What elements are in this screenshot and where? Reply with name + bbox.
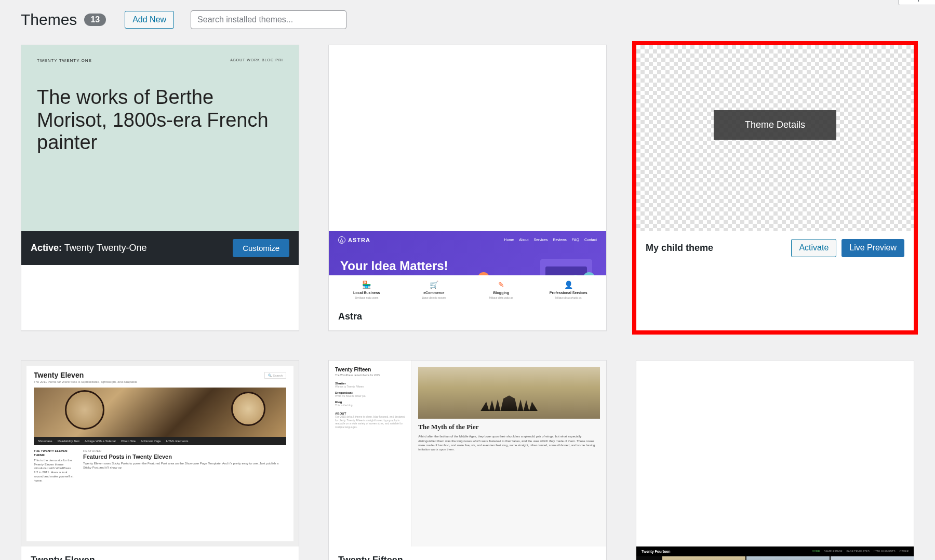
preview-logo: Twenty Fourteen <box>642 550 670 553</box>
preview-nav: HOME SAMPLE PAGE PAGE TEMPLATES HTML ELE… <box>812 550 909 553</box>
cart-icon: 🛒 <box>400 281 468 289</box>
preview-main: The Myth of the Pier Athird after the fa… <box>412 361 606 546</box>
theme-card-twenty-fourteen[interactable]: Twenty Fourteen HOME SAMPLE PAGE PAGE TE… <box>636 360 914 560</box>
theme-name: Twenty Twenty-One <box>64 243 147 253</box>
preview-subtitle: The 2011 theme for WordPress is sophisti… <box>34 380 286 383</box>
preview-services: 🏪 Local Business Similique nctio ossm 🛒 … <box>329 275 606 302</box>
preview-sidebar: Twenty Fifteen The WordPress default the… <box>329 361 412 546</box>
theme-screenshot: Twenty Fifteen The WordPress default the… <box>329 361 606 546</box>
theme-name: Twenty Fifteen <box>338 555 403 560</box>
preview-heading: The works of Berthe Morisot, 1800s-era F… <box>37 86 283 154</box>
help-button[interactable]: Help ▼ <box>898 0 935 5</box>
search-input[interactable] <box>191 10 346 29</box>
theme-screenshot: TWENTY TWENTY-ONE ABOUT WORK BLOG PRI Th… <box>21 45 299 231</box>
active-label: Active: <box>31 243 62 253</box>
theme-card-my-child-theme[interactable]: Theme Details My child theme Activate Li… <box>636 45 914 331</box>
store-icon: 🏪 <box>333 281 400 289</box>
page-title: Themes <box>21 11 77 29</box>
activate-button[interactable]: Activate <box>791 239 836 257</box>
preview-nav: ABOUT WORK BLOG PRI <box>230 58 283 62</box>
help-label: Help <box>906 0 922 2</box>
help-tab: Help ▼ <box>898 0 935 5</box>
theme-screenshot: Twenty Eleven The 2011 theme for WordPre… <box>21 361 299 546</box>
preview-logo: ASTRA <box>348 237 370 243</box>
astra-logo-icon: △ <box>338 236 345 244</box>
theme-screenshot: Twenty Fourteen HOME SAMPLE PAGE PAGE TE… <box>636 361 914 560</box>
theme-name: My child theme <box>646 243 713 254</box>
theme-screenshot: △ ASTRA Home About Services Reviews FAQ … <box>329 45 606 302</box>
theme-card-astra[interactable]: △ ASTRA Home About Services Reviews FAQ … <box>328 45 607 331</box>
theme-footer: Twenty Eleven <box>21 546 299 560</box>
person-icon: 👤 <box>535 281 603 289</box>
header-row: Themes 13 Add New <box>21 10 914 29</box>
pencil-icon: ✎ <box>468 281 535 289</box>
preview-sidebar: POPULAR MENU ARTWORK CAMERAS PHOTOS WORD… <box>636 556 662 560</box>
preview-hero-image <box>418 367 600 419</box>
preview-nav: Showcase Readability Test A Page With a … <box>34 437 286 445</box>
theme-screenshot-empty: Theme Details <box>636 45 914 231</box>
themes-grid: TWENTY TWENTY-ONE ABOUT WORK BLOG PRI Th… <box>21 45 914 560</box>
preview-hero-image <box>34 388 286 437</box>
live-preview-button[interactable]: Live Preview <box>842 239 904 257</box>
theme-footer: My child theme Activate Live Preview <box>636 231 914 265</box>
theme-name: Astra <box>338 311 362 322</box>
theme-name: Twenty Eleven <box>31 555 95 560</box>
customize-button[interactable]: Customize <box>233 239 289 257</box>
add-new-button[interactable]: Add New <box>125 11 174 29</box>
theme-card-twenty-fifteen[interactable]: Twenty Fifteen The WordPress default the… <box>328 360 607 560</box>
preview-featured-grid: FEATURED, TRAVEL A WEEKEND AWAY IN THE C… <box>662 556 914 560</box>
theme-card-twenty-twenty-one[interactable]: TWENTY TWENTY-ONE ABOUT WORK BLOG PRI Th… <box>21 45 299 331</box>
theme-footer: Active: Twenty Twenty-One Customize <box>21 231 299 265</box>
preview-search: 🔍 Search <box>264 372 286 379</box>
theme-card-twenty-eleven[interactable]: Twenty Eleven The 2011 theme for WordPre… <box>21 360 299 560</box>
theme-footer: Twenty Fifteen <box>329 546 606 560</box>
preview-hero-title: Your Idea Matters! <box>340 259 462 273</box>
preview-title: Twenty Eleven <box>34 371 286 379</box>
themes-count-badge: 13 <box>84 14 106 26</box>
theme-footer: Astra <box>329 302 606 330</box>
theme-details-overlay[interactable]: Theme Details <box>714 110 836 140</box>
preview-nav: Home About Services Reviews FAQ Contact <box>504 238 597 242</box>
